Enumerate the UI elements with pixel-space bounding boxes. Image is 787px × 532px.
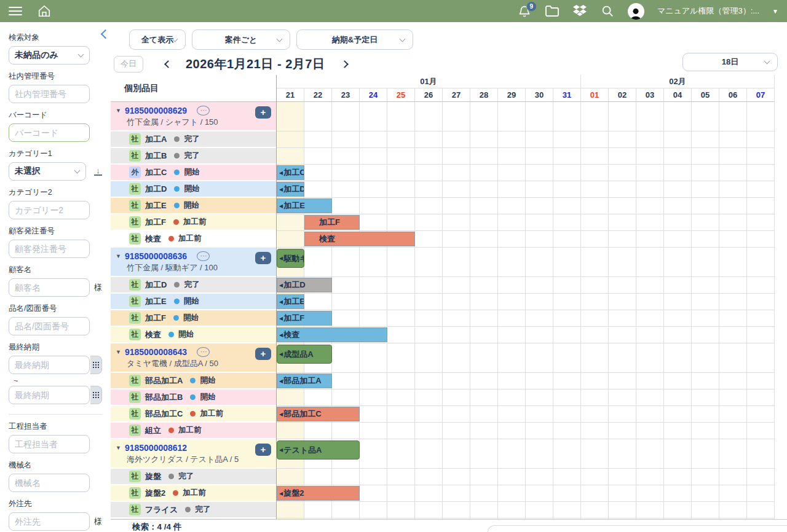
- comment-icon[interactable]: ⋯: [197, 347, 210, 357]
- collapse-triangle-icon[interactable]: ▼: [116, 253, 121, 259]
- task-name: 加工E: [145, 200, 167, 211]
- status-dot: [174, 282, 180, 288]
- span-dropdown[interactable]: 18日: [682, 53, 778, 71]
- menu-icon[interactable]: [9, 7, 22, 15]
- grouping-dropdown[interactable]: 案件ごと: [192, 29, 290, 50]
- day-header-cell: 04: [664, 88, 692, 102]
- order-number-link[interactable]: 9185000008636: [125, 251, 187, 261]
- display-filter-dropdown[interactable]: 全て表示: [129, 29, 186, 50]
- barcode-input[interactable]: [9, 123, 90, 142]
- add-process-button[interactable]: +: [255, 348, 271, 360]
- order-number-link[interactable]: 9185000008629: [125, 106, 187, 115]
- download-arrow-icon[interactable]: ↓: [94, 167, 102, 176]
- collapse-triangle-icon[interactable]: ▼: [116, 445, 121, 451]
- dropbox-icon[interactable]: [572, 4, 587, 18]
- gantt-bar[interactable]: ◀駆動ギア: [277, 249, 304, 268]
- month-header-cell: 02月: [581, 75, 775, 88]
- task-status: 開始: [178, 329, 194, 340]
- category2-input[interactable]: [9, 201, 90, 219]
- filter-label: 品名/図面番号: [9, 303, 102, 314]
- gantt-bar[interactable]: ◀加工D: [277, 182, 304, 197]
- add-process-button[interactable]: +: [255, 106, 271, 119]
- search-icon[interactable]: [600, 4, 615, 18]
- input-suffix-label: 様: [94, 282, 102, 293]
- gantt-bar[interactable]: ◀部品加工A: [277, 374, 332, 388]
- location-badge: 社: [129, 183, 141, 195]
- add-process-button[interactable]: +: [255, 252, 271, 264]
- day-header-cell: 05: [692, 88, 719, 102]
- gantt-task-row: 社組立加工前: [111, 423, 276, 439]
- task-name: フライス: [145, 504, 178, 515]
- gantt-bar[interactable]: ◀加工E: [277, 294, 304, 309]
- deadline-from-input[interactable]: [9, 356, 90, 374]
- gantt-grid-row: ◀成型品A: [277, 343, 775, 373]
- category1-select[interactable]: 未選択: [9, 162, 86, 181]
- order-number-link[interactable]: 9185000008643: [125, 347, 187, 357]
- comment-icon[interactable]: ⋯: [197, 251, 210, 261]
- task-name: 加工C: [145, 167, 167, 178]
- gantt-bar[interactable]: 加工F: [304, 215, 360, 230]
- gantt-bar[interactable]: ◀旋盤2: [277, 486, 360, 501]
- subcontractor-input[interactable]: [9, 512, 90, 531]
- group-subtitle: 海外ツクリダス / テスト品A / 5: [116, 454, 276, 465]
- bar-label: 検査: [319, 233, 335, 244]
- gantt-bar[interactable]: ◀テスト品A: [277, 440, 360, 460]
- task-status: 開始: [184, 184, 199, 194]
- user-menu-caret-icon[interactable]: ▼: [772, 8, 778, 15]
- internal-number-input[interactable]: [9, 85, 90, 103]
- search-target-select[interactable]: 未納品のみ: [9, 46, 90, 65]
- customer-order-number-input[interactable]: [9, 240, 90, 258]
- location-badge: 社: [129, 487, 141, 499]
- next-period-icon[interactable]: [341, 60, 349, 68]
- group-subtitle: 竹下金属 / 駆動ギア / 100: [116, 262, 276, 273]
- deadline-to-calendar-button[interactable]: [90, 386, 102, 404]
- gantt-bar[interactable]: ◀加工E: [277, 198, 332, 213]
- today-column-highlight: [277, 131, 304, 147]
- status-dot: [168, 474, 174, 479]
- home-icon[interactable]: [37, 4, 52, 18]
- location-badge: 社: [129, 216, 141, 228]
- location-badge: 社: [129, 424, 141, 436]
- user-avatar[interactable]: [628, 3, 644, 20]
- collapse-triangle-icon[interactable]: ▼: [116, 349, 121, 355]
- gantt-bar[interactable]: ◀加工D: [277, 278, 332, 292]
- gantt-bar[interactable]: ◀検査: [277, 327, 387, 342]
- deadline-to-input[interactable]: [9, 386, 90, 404]
- date-mode-dropdown[interactable]: 納期&予定日: [296, 29, 413, 50]
- task-status: 完了: [178, 471, 194, 482]
- bar-clipped-left-icon: ◀: [279, 351, 283, 357]
- gantt-bar[interactable]: ◀加工F: [277, 311, 332, 326]
- machine-name-input[interactable]: [9, 474, 90, 492]
- gantt-grid-row: ◀加工D: [277, 181, 775, 198]
- status-dot: [173, 315, 179, 321]
- bar-label: 加工E: [283, 296, 304, 307]
- gantt-grid: 01月02月 212223242526272829303101020304050…: [277, 75, 775, 519]
- calendar-grid-icon: [93, 392, 95, 394]
- gantt-grid-row: [277, 389, 775, 406]
- order-number-link[interactable]: 9185000008612: [125, 443, 187, 453]
- gantt-bar[interactable]: 検査: [304, 232, 415, 246]
- day-header-cell: 23: [332, 88, 360, 102]
- deadline-from-calendar-button[interactable]: [90, 356, 102, 374]
- notifications-bell-icon[interactable]: 9: [517, 4, 532, 18]
- collapse-triangle-icon[interactable]: ▼: [116, 108, 121, 114]
- today-column-highlight: [277, 469, 304, 485]
- gantt-task-row: 社フライス完了: [111, 502, 276, 518]
- gantt-bar[interactable]: ◀成型品A: [277, 345, 332, 364]
- prev-period-icon[interactable]: [164, 60, 172, 68]
- filter-label: 外注先: [9, 499, 102, 509]
- bar-label: 部品加工C: [283, 409, 321, 420]
- bar-clipped-left-icon: ◀: [279, 447, 283, 453]
- add-process-button[interactable]: +: [255, 444, 271, 456]
- customer-name-input[interactable]: [9, 278, 90, 297]
- gantt-bar[interactable]: ◀部品加工C: [277, 407, 360, 421]
- process-manager-input[interactable]: [9, 435, 90, 453]
- product-name-input[interactable]: [9, 317, 90, 335]
- gantt-bar[interactable]: ◀加工C: [277, 165, 304, 180]
- folder-icon[interactable]: [545, 4, 560, 18]
- main-content: 全て表示 案件ごと 納期&予定日 ⚙ 今日 2026年1月21日 - 2月7日 …: [111, 22, 787, 532]
- gantt-grid-row: ◀旋盤2: [277, 485, 775, 502]
- comment-icon[interactable]: ⋯: [197, 106, 210, 115]
- filter-label: カテゴリー2: [9, 187, 102, 198]
- today-button[interactable]: 今日: [114, 56, 143, 72]
